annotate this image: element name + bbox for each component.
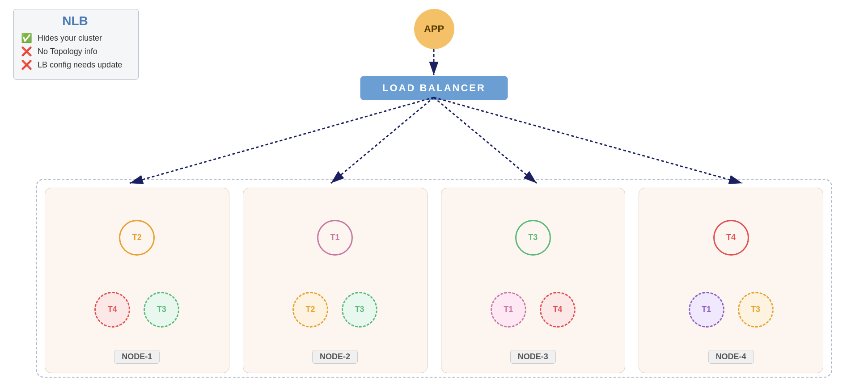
node-card-4: T4 T1 T3 NODE-4 (639, 188, 823, 373)
tenant-T3-node2: T3 (342, 292, 377, 328)
tenant-T1-node4: T1 (689, 292, 724, 328)
legend-item-1: ✅ Hides your cluster (21, 33, 129, 43)
tenant-T4-node3: T4 (540, 292, 576, 328)
tenant-T4-node1: T4 (94, 292, 130, 328)
legend-text-1: Hides your cluster (38, 34, 102, 43)
cross-icon-2: ❌ (21, 59, 32, 70)
tenant-T2-node1: T2 (119, 220, 155, 256)
node-2-label: NODE-2 (312, 350, 358, 364)
legend-item-2: ❌ No Topology info (21, 46, 129, 57)
node-card-3: T3 T1 T4 NODE-3 (441, 188, 626, 373)
node-2-secondary-row: T2 T3 (292, 292, 377, 328)
legend-title: NLB (21, 14, 129, 28)
app-node: APP (414, 9, 454, 49)
node-2-content: T1 T2 T3 (252, 202, 418, 345)
node-3-primary-row: T3 (515, 220, 551, 256)
tenant-T1-node3: T1 (491, 292, 526, 328)
tenant-T3-node4: T3 (738, 292, 774, 328)
load-balancer-node: LOAD BALANCER (360, 76, 508, 100)
node-4-secondary-row: T1 T3 (689, 292, 774, 328)
lb-to-node4-arrow (434, 97, 742, 183)
cross-icon-1: ❌ (21, 46, 32, 57)
legend-box: NLB ✅ Hides your cluster ❌ No Topology i… (13, 9, 139, 80)
check-icon: ✅ (21, 33, 32, 43)
node-card-2: T1 T2 T3 NODE-2 (243, 188, 428, 373)
tenant-T3-node1: T3 (144, 292, 179, 328)
legend-text-3: LB config needs update (38, 60, 122, 70)
node-1-content: T2 T4 T3 (54, 202, 220, 345)
node-4-primary-row: T4 (713, 220, 749, 256)
lb-label: LOAD BALANCER (382, 82, 486, 93)
lb-to-node1-arrow (130, 97, 434, 183)
node-3-label: NODE-3 (510, 350, 556, 364)
node-1-secondary-row: T4 T3 (94, 292, 179, 328)
node-3-content: T3 T1 T4 (450, 202, 616, 345)
legend-text-2: No Topology info (38, 47, 97, 56)
tenant-T4-node4: T4 (713, 220, 749, 256)
app-label: APP (424, 23, 444, 35)
lb-to-node3-arrow (434, 97, 537, 183)
node-1-label: NODE-1 (114, 350, 160, 364)
node-card-1: T2 T4 T3 NODE-1 (45, 188, 229, 373)
node-4-content: T4 T1 T3 (648, 202, 814, 345)
tenant-T1-node2: T1 (317, 220, 353, 256)
lb-to-node2-arrow (331, 97, 434, 183)
tenant-T3-node3: T3 (515, 220, 551, 256)
node-2-primary-row: T1 (317, 220, 353, 256)
node-4-label: NODE-4 (708, 350, 754, 364)
tenant-T2-node2: T2 (292, 292, 328, 328)
node-3-secondary-row: T1 T4 (491, 292, 576, 328)
nodes-row: T2 T4 T3 NODE-1 T1 T2 T3 NODE-2 (45, 188, 823, 373)
diagram-container: NLB ✅ Hides your cluster ❌ No Topology i… (0, 0, 868, 391)
legend-item-3: ❌ LB config needs update (21, 59, 129, 70)
node-1-primary-row: T2 (119, 220, 155, 256)
